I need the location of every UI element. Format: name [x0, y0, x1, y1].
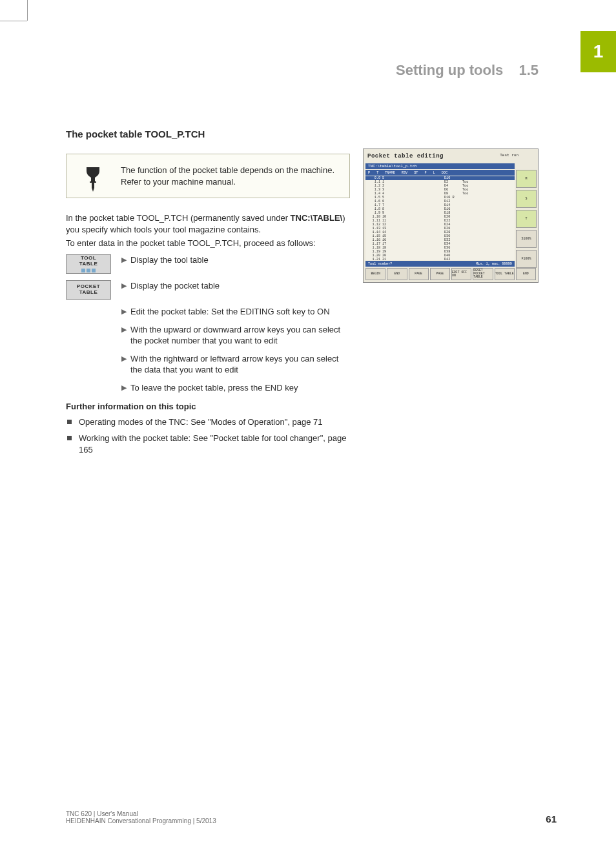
footer-line2: HEIDENHAIN Conversational Programming | …	[66, 817, 216, 824]
section-heading: The pocket table TOOL_P.TCH	[66, 128, 350, 141]
step-arrow-icon: ▶	[121, 353, 130, 376]
machine-manual-icon	[83, 166, 103, 195]
figure-side-button[interactable]: S100%	[516, 230, 537, 248]
running-header-title: Setting up tools	[396, 62, 503, 78]
further-info-list: Operating modes of the TNC: See "Modes o…	[66, 416, 350, 456]
step-text: Edit the pocket table: Set the EDITING s…	[130, 306, 350, 318]
page-footer: TNC 620 | User's Manual HEIDENHAIN Conve…	[66, 810, 557, 824]
figure-prompt: Tool number?	[368, 262, 392, 266]
figure-path-bar: TNC:\table\tool_p.tch	[365, 163, 515, 169]
steps-list: TOOL TABLE ▶ Display the tool table POCK…	[66, 254, 350, 393]
figure-header-row: PTTNAMERSVSTFLDOC	[365, 170, 515, 176]
table-cell: 21	[382, 258, 394, 260]
table-cell: D42	[444, 258, 462, 260]
intro-paragraph: In the pocket table TOOL_P.TCH (permanen…	[66, 212, 350, 235]
pocket-table-softkey-label: POCKET TABLE	[77, 284, 100, 296]
crop-mark-horizontal	[0, 21, 27, 21]
step-text: With the rightward or leftward arrow key…	[130, 353, 350, 376]
step-arrow-icon: ▶	[121, 254, 130, 274]
step-row: ▶ Edit the pocket table: Set the EDITING…	[66, 306, 350, 318]
step-text: To leave the pocket table, press the END…	[130, 382, 350, 394]
callout-text: The function of the pocket table depends…	[121, 165, 339, 187]
figure-column-header: L	[433, 171, 435, 175]
figure-status-bar: Tool number? Min. 1, max. 99999	[365, 261, 515, 267]
step-row: ▶ With the rightward or leftward arrow k…	[66, 353, 350, 376]
figure-softkey[interactable]: END	[387, 268, 407, 280]
body-column: The pocket table TOOL_P.TCH The function…	[66, 128, 350, 460]
figure-softkey[interactable]: PAGE	[409, 268, 429, 280]
further-info-heading: Further information on this topic	[66, 401, 350, 413]
footer-text: TNC 620 | User's Manual HEIDENHAIN Conve…	[66, 810, 216, 824]
figure-softkey[interactable]: RESET POCKET TABLE	[473, 268, 493, 280]
screenshot-figure: Pocket table editing Test run TNC:\table…	[363, 148, 539, 283]
figure-range: Min. 1, max. 99999	[476, 262, 512, 266]
tool-table-softkey-label: TOOL TABLE	[79, 256, 98, 267]
figure-softkey[interactable]: EDIT OFF ON	[451, 268, 471, 280]
tool-table-softkey[interactable]: TOOL TABLE	[66, 254, 111, 274]
figure-column-header: P	[368, 171, 370, 175]
step-row: POCKET TABLE ▶ Display the pocket table	[66, 280, 350, 300]
crop-mark-vertical	[27, 0, 28, 21]
figure-side-button[interactable]: F100%	[516, 250, 537, 268]
step-row: ▶ To leave the pocket table, press the E…	[66, 382, 350, 394]
list-item: Working with the pocket table: See "Pock…	[66, 433, 350, 455]
running-header-number: 1.5	[518, 62, 539, 78]
figure-softkey-row: BEGINENDPAGEPAGEEDIT OFF ONRESET POCKET …	[365, 268, 536, 280]
figure-softkey[interactable]: BEGIN	[365, 268, 385, 280]
page: 1 Setting up tools 1.5 The pocket table …	[0, 0, 616, 849]
figure-side-button[interactable]: M	[516, 170, 537, 188]
intro-line2: To enter data in the pocket table TOOL_P…	[66, 238, 350, 249]
running-header: Setting up tools 1.5	[396, 62, 539, 79]
figure-column-header: T	[376, 171, 378, 175]
figure-column-header: ST	[414, 171, 418, 175]
figure-side-panel: MSTS100%F100%	[516, 170, 537, 267]
table-cell: Too	[462, 192, 493, 196]
figure-column-header: DOC	[442, 171, 447, 175]
intro-text-a: In the pocket table TOOL_P.TCH (permanen…	[66, 213, 291, 223]
step-text: Display the tool table	[130, 254, 350, 274]
table-cell: 1.21	[365, 258, 382, 260]
footer-line1: TNC 620 | User's Manual	[66, 810, 216, 817]
step-row: TOOL TABLE ▶ Display the tool table	[66, 254, 350, 274]
step-arrow-icon: ▶	[121, 306, 130, 318]
softkey-mini-icons	[81, 269, 96, 272]
figure-softkey[interactable]: TOOL TABLE	[495, 268, 515, 280]
figure-softkey[interactable]: PAGE	[430, 268, 450, 280]
chapter-tab: 1	[580, 31, 616, 72]
figure-softkey[interactable]: END	[516, 268, 536, 280]
step-arrow-icon: ▶	[121, 280, 130, 300]
step-text: Display the pocket table	[130, 280, 350, 300]
figure-title: Pocket table editing	[367, 153, 444, 159]
figure-column-header: F	[424, 171, 426, 175]
figure-side-button[interactable]: S	[516, 190, 537, 208]
pocket-table-softkey[interactable]: POCKET TABLE	[66, 280, 111, 300]
figure-column-header: TNAME	[385, 171, 395, 175]
table-row[interactable]: 1.2121D42	[365, 258, 515, 260]
step-row: ▶ With the upward or downward arrow keys…	[66, 324, 350, 347]
page-number: 61	[546, 813, 557, 824]
figure-data-grid: 0.05D101.11D2Too1.22D4Too1.33D6Too1.44D8…	[365, 176, 515, 260]
figure-mode: Test run	[500, 153, 518, 158]
step-text: With the upward or downward arrow keys y…	[130, 324, 350, 347]
machine-manual-callout: The function of the pocket table depends…	[66, 154, 350, 198]
intro-text-bold: TNC:\TABLE\	[291, 213, 343, 223]
step-arrow-icon: ▶	[121, 324, 130, 347]
figure-column-header: RSV	[402, 171, 407, 175]
step-arrow-icon: ▶	[121, 382, 130, 394]
list-item: Operating modes of the TNC: See "Modes o…	[66, 416, 350, 428]
figure-side-button[interactable]: T	[516, 210, 537, 228]
